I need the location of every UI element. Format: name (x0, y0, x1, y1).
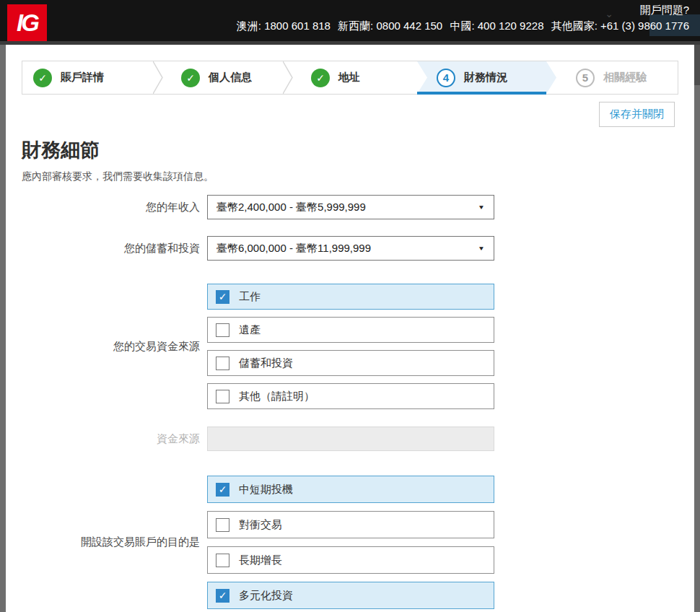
step-label: 財務情況 (464, 71, 507, 84)
checkbox-option-short-term-speculation[interactable]: ✓ 中短期投機 (207, 476, 494, 503)
header-substrip (0, 41, 700, 45)
checkbox-option-other[interactable]: 其他（請註明） (207, 383, 494, 409)
phone-china: 中國: 400 120 9228 (450, 19, 543, 32)
phone-newzealand: 新西蘭: 0800 442 150 (338, 19, 442, 32)
dropdown-caret-icon: ▼ (478, 245, 485, 251)
step-separator-chevron (283, 61, 293, 94)
step-label: 地址 (338, 71, 360, 84)
step-complete-icon: ✓ (33, 69, 52, 87)
funds-source-group-label: 您的交易資金來源 (22, 340, 200, 354)
checkbox-checked-icon: ✓ (216, 483, 229, 497)
checkbox-option-long-term-growth[interactable]: 長期增長 (207, 546, 494, 574)
step-label: 個人信息 (209, 71, 252, 84)
page-title: 財務細節 (22, 137, 694, 163)
step-number-badge: 5 (576, 69, 595, 87)
funds-source-text-row: 資金來源 (22, 427, 694, 451)
step-related-experience[interactable]: 5 相關經驗 (556, 61, 678, 94)
purpose-group-row: 開設該交易賬戶的目的是 ✓ 中短期投機 對衝交易 長期增長 ✓ 多元化投資 (22, 476, 694, 609)
funds-source-options: ✓ 工作 遺產 儲蓄和投資 其他（請註明） (207, 284, 494, 409)
savings-investments-select[interactable]: 臺幣6,000,000 - 臺幣11,999,999 ▼ (207, 236, 494, 261)
savings-investments-row: 您的儲蓄和投資 臺幣6,000,000 - 臺幣11,999,999 ▼ (22, 236, 694, 261)
phone-other: 其他國家: +61 (3) 9860 1776 (551, 19, 689, 32)
checkbox-option-diversification[interactable]: ✓ 多元化投資 (207, 582, 494, 609)
funds-source-group-row: 您的交易資金來源 ✓ 工作 遺產 儲蓄和投資 其他（請註明） (22, 284, 694, 409)
checkbox-unchecked-icon (216, 518, 229, 532)
account-help-link[interactable]: 開戶問題? (640, 4, 689, 17)
phone-australia: 澳洲: 1800 601 818 (237, 19, 331, 32)
ig-logo[interactable]: IG (7, 4, 47, 41)
purpose-group-label: 開設該交易賬戶的目的是 (22, 536, 200, 549)
checkbox-unchecked-icon (216, 554, 229, 567)
funds-source-text-label: 資金來源 (22, 432, 200, 446)
funds-source-text-input[interactable] (207, 427, 494, 451)
financial-details-form: 您的年收入 臺幣2,400,000 - 臺幣5,999,999 ▼ 您的儲蓄和投… (6, 195, 694, 609)
checkbox-unchecked-icon (216, 390, 229, 403)
step-complete-icon: ✓ (311, 69, 330, 87)
checkbox-checked-icon: ✓ (216, 290, 229, 304)
checkbox-checked-icon: ✓ (216, 589, 229, 603)
ig-logo-text: IG (17, 9, 38, 37)
step-separator-chevron (153, 61, 163, 94)
step-account-details[interactable]: ✓ 賬戶詳情 (22, 61, 163, 94)
progress-bar: ✓ 賬戶詳情 ✓ 個人信息 ✓ 地址 4 財務情況 5 相關經驗 (22, 61, 678, 95)
step-label: 賬戶詳情 (61, 71, 104, 84)
step-complete-icon: ✓ (181, 69, 200, 87)
page-subtitle: 應內部審核要求，我們需要收集該項信息。 (22, 170, 694, 183)
dropdown-caret-icon: ▼ (478, 204, 485, 210)
step-financial-situation-active[interactable]: 4 財務情況 (417, 61, 556, 94)
checkbox-option-savings-investments[interactable]: 儲蓄和投資 (207, 350, 494, 376)
checkbox-unchecked-icon (216, 357, 229, 370)
step-address[interactable]: ✓ 地址 (293, 61, 417, 94)
checkbox-option-inheritance[interactable]: 遺產 (207, 317, 494, 343)
step-label: 相關經驗 (603, 71, 647, 84)
active-step-underline (417, 92, 546, 95)
scrollbar-thumb[interactable] (694, 45, 700, 85)
annual-income-label: 您的年收入 (22, 201, 200, 214)
step-number-badge: 4 (437, 69, 455, 87)
chevron-down-icon: ⌄ (605, 8, 613, 19)
step-personal-info[interactable]: ✓ 個人信息 (163, 61, 293, 94)
savings-investments-label: 您的儲蓄和投資 (22, 242, 200, 255)
purpose-options: ✓ 中短期投機 對衝交易 長期增長 ✓ 多元化投資 (207, 476, 494, 609)
contact-phone-line: 澳洲: 1800 601 818 新西蘭: 0800 442 150 中國: 4… (232, 19, 689, 33)
checkbox-unchecked-icon (216, 323, 229, 337)
annual-income-row: 您的年收入 臺幣2,400,000 - 臺幣5,999,999 ▼ (22, 195, 694, 219)
toolbar-row: 保存并關閉 (6, 102, 694, 127)
savings-investments-value: 臺幣6,000,000 - 臺幣11,999,999 (216, 242, 371, 255)
checkbox-option-work[interactable]: ✓ 工作 (207, 284, 494, 310)
annual-income-select[interactable]: 臺幣2,400,000 - 臺幣5,999,999 ▼ (207, 195, 494, 219)
checkbox-option-hedging[interactable]: 對衝交易 (207, 511, 494, 538)
top-header: IG ⌄ 開戶問題? 澳洲: 1800 601 818 新西蘭: 0800 44… (0, 0, 700, 41)
annual-income-value: 臺幣2,400,000 - 臺幣5,999,999 (216, 201, 366, 214)
save-and-close-button[interactable]: 保存并關閉 (599, 102, 675, 127)
application-form-panel: ✓ 賬戶詳情 ✓ 個人信息 ✓ 地址 4 財務情況 5 相關經驗 保存并關閉 財… (6, 45, 694, 612)
